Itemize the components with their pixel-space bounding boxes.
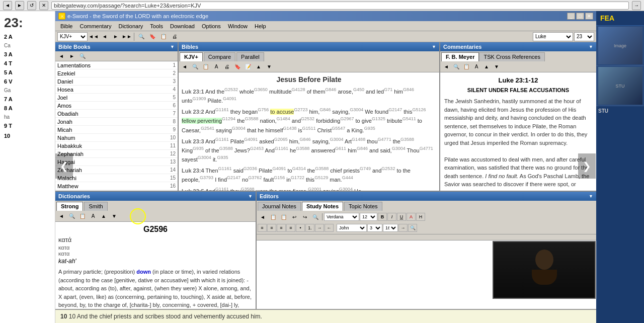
chapter-ref-select[interactable]: 3 — [367, 224, 382, 232]
book-hosea[interactable]: Hosea4 — [55, 86, 178, 94]
font-select[interactable]: Verdana — [324, 213, 359, 221]
books-prev[interactable]: ◄ — [56, 52, 66, 61]
bible-print[interactable]: 🖨 — [222, 62, 232, 71]
go-button[interactable]: → — [632, 1, 641, 10]
menu-dictionary[interactable]: Dictionary — [115, 22, 146, 30]
book-jump-select[interactable]: Luke — [533, 32, 573, 41]
books-search[interactable]: 🔍 — [77, 52, 88, 61]
font-size-select[interactable]: 12 — [360, 213, 377, 221]
bible-bookmark[interactable]: 🔖 — [232, 62, 243, 71]
comm-font[interactable]: A — [471, 62, 481, 71]
menu-window[interactable]: Window — [225, 22, 251, 30]
bible-search[interactable]: 🔍 — [190, 62, 200, 71]
address-bar[interactable] — [51, 2, 629, 10]
bible-scroll-up[interactable]: ▲ — [254, 62, 264, 71]
editor-redo[interactable]: ↪ — [300, 212, 310, 221]
verse-ref-select[interactable]: 16 — [383, 224, 398, 232]
menu-options[interactable]: Options — [199, 22, 224, 30]
copy-btn[interactable]: 📋 — [158, 32, 169, 41]
bibles-collapse[interactable]: ▼ — [432, 44, 436, 49]
comm-search[interactable]: 🔍 — [451, 62, 461, 71]
tab-study-notes[interactable]: Study Notes — [302, 202, 343, 211]
chapter-jump-select[interactable]: 23 — [574, 32, 594, 41]
bible-books-collapse[interactable]: ▼ — [170, 44, 175, 49]
book-ezekiel[interactable]: Ezekiel2 — [55, 69, 178, 77]
bible-note[interactable]: 📝 — [243, 62, 253, 71]
number-list[interactable]: 1. — [305, 224, 314, 232]
sidebar-thumb-2[interactable]: STU — [596, 66, 644, 106]
prev-book-btn[interactable]: ◄◄ — [89, 32, 99, 41]
editor-undo[interactable]: ↩ — [289, 212, 299, 221]
tab-journal-notes[interactable]: Journal Notes — [258, 202, 301, 211]
align-right[interactable]: ≡ — [277, 224, 286, 232]
book-ref-select[interactable]: John — [337, 224, 367, 232]
highlight-btn[interactable]: H — [416, 213, 425, 221]
maximize-button[interactable]: □ — [576, 13, 584, 20]
comm-copy[interactable]: 📋 — [461, 62, 471, 71]
menu-download[interactable]: Download — [167, 22, 198, 30]
editor-search[interactable]: 🔍 — [310, 212, 320, 221]
menu-tools[interactable]: Tools — [147, 22, 166, 30]
italic-btn[interactable]: I — [387, 213, 396, 221]
align-center[interactable]: ≡ — [267, 224, 276, 232]
tab-topic-notes[interactable]: Topic Notes — [344, 202, 382, 211]
tab-compare[interactable]: Compare — [204, 52, 235, 61]
comm-scroll-down[interactable]: ▼ — [492, 62, 502, 71]
stop-button[interactable]: ✕ — [39, 1, 48, 10]
editors-collapse[interactable]: ▼ — [589, 194, 593, 199]
book-amos[interactable]: Amos6 — [55, 102, 178, 110]
sidebar-thumb-1[interactable]: Image — [596, 26, 644, 66]
editor-prev[interactable]: ◄ — [258, 212, 268, 221]
bible-font[interactable]: A — [211, 62, 221, 71]
commentaries-collapse[interactable]: ▼ — [589, 44, 593, 49]
tab-fb-meyer[interactable]: F. B. Meyer — [441, 52, 479, 61]
bookmark-btn[interactable]: 🔖 — [147, 32, 157, 41]
book-haggai[interactable]: Haggai13 — [55, 158, 178, 166]
prev-chapter-btn[interactable]: ◄ — [100, 32, 110, 41]
color-btn[interactable]: A — [407, 213, 416, 221]
left-nav-arrow[interactable]: ❮ — [55, 153, 73, 179]
align-left[interactable]: ≡ — [258, 224, 267, 232]
book-daniel[interactable]: Daniel3 — [55, 77, 178, 86]
editor-copy[interactable]: 📋 — [268, 212, 278, 221]
right-nav-arrow[interactable]: ❯ — [578, 153, 596, 179]
book-obadiah[interactable]: Obadiah7 — [55, 110, 178, 118]
book-zephaniah[interactable]: Zephaniah12 — [55, 150, 178, 158]
back-button[interactable]: ◄ — [3, 1, 12, 10]
tab-kjv[interactable]: KJV+ — [180, 52, 203, 61]
editor-paste[interactable]: 📋 — [279, 212, 289, 221]
bullet-list[interactable]: • — [296, 224, 305, 232]
tab-smith[interactable]: Smith — [84, 202, 107, 211]
book-nahum[interactable]: Nahum10 — [55, 134, 178, 142]
book-habakkuk[interactable]: Habakkuk11 — [55, 142, 178, 150]
search-btn[interactable]: 🔍 — [136, 32, 146, 41]
bible-prev[interactable]: ◄ — [180, 62, 190, 71]
next-chapter-btn[interactable]: ► — [111, 32, 121, 41]
dict-prev[interactable]: ◄ — [56, 212, 66, 221]
minimize-button[interactable]: _ — [567, 13, 575, 20]
dict-scroll-up[interactable]: ▲ — [99, 212, 109, 221]
ref-go[interactable]: → — [398, 224, 408, 232]
dict-font[interactable]: A — [88, 212, 98, 221]
ref-search[interactable]: 🔍 — [408, 224, 417, 232]
bible-scroll-down[interactable]: ▼ — [264, 62, 274, 71]
close-button[interactable]: ✕ — [585, 13, 593, 20]
book-joel[interactable]: Joel5 — [55, 94, 178, 102]
book-matthew[interactable]: Matthew16 — [55, 182, 178, 190]
reload-button[interactable]: ↺ — [27, 1, 36, 10]
forward-button[interactable]: ► — [15, 1, 24, 10]
books-next[interactable]: ► — [67, 52, 77, 61]
dict-search-btn[interactable]: 🔍 — [67, 212, 77, 221]
underline-btn[interactable]: U — [397, 213, 406, 221]
menu-commentary[interactable]: Commentary — [76, 22, 114, 30]
menu-help[interactable]: Help — [252, 22, 269, 30]
outdent[interactable]: ← — [325, 224, 334, 232]
indent[interactable]: → — [315, 224, 324, 232]
comm-prev[interactable]: ◄ — [441, 62, 451, 71]
book-malachi[interactable]: Malachi15 — [55, 174, 178, 182]
align-justify[interactable]: ≡ — [286, 224, 295, 232]
book-lamentations[interactable]: Lamentations1 — [55, 61, 178, 69]
book-zechariah[interactable]: Zechariah14 — [55, 166, 178, 174]
tab-strong[interactable]: Strong — [56, 202, 83, 211]
dict-copy[interactable]: 📋 — [77, 212, 88, 221]
